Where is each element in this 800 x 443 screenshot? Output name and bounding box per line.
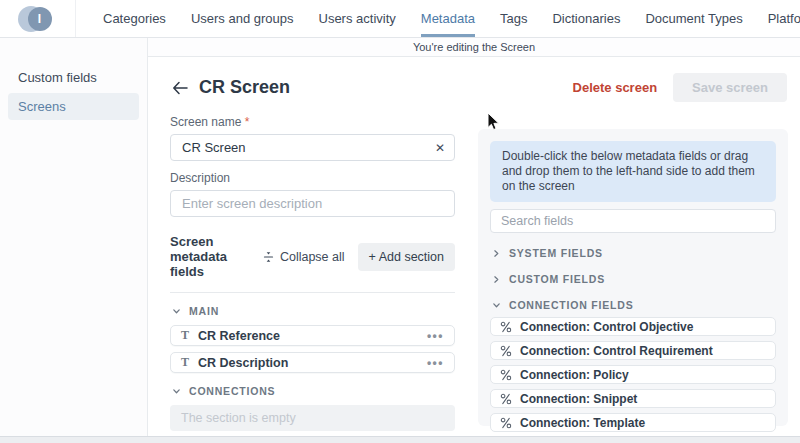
palette-groups: SYSTEM FIELDSCUSTOM FIELDSCONNECTION FIE… (490, 247, 776, 432)
fields-toolbar-title: Screen metadata fields (170, 234, 263, 279)
sidebar: Custom fieldsScreens (0, 38, 148, 436)
avatar-initial: I (28, 7, 52, 31)
screen-name-input[interactable] (170, 134, 455, 161)
chevron-right-icon (492, 275, 501, 284)
avatar[interactable]: I (18, 5, 58, 33)
palette-field-card[interactable]: Connection: Template (490, 413, 776, 432)
text-field-icon: T (181, 355, 189, 370)
screen-field-card[interactable]: TCR Description••• (170, 352, 455, 373)
section-header-connections[interactable]: CONNECTIONS (172, 385, 453, 397)
main-nav: CategoriesUsers and groupsUsers activity… (76, 0, 800, 37)
add-section-button[interactable]: + Add section (358, 243, 455, 271)
connection-icon (500, 321, 512, 333)
chevron-down-icon (172, 307, 181, 316)
sidebar-item-custom-fields[interactable]: Custom fields (8, 64, 139, 91)
connection-icon (500, 417, 512, 429)
nav-item-users-activity[interactable]: Users activity (319, 0, 396, 37)
palette-group-system-fields[interactable]: SYSTEM FIELDS (492, 247, 774, 259)
page-title: CR Screen (199, 77, 290, 98)
fields-toolbar: Screen metadata fields Collapse all + Ad… (170, 234, 455, 279)
palette-group-connection-fields[interactable]: CONNECTION FIELDS (492, 299, 774, 311)
footer-strip (0, 436, 800, 443)
text-field-icon: T (181, 328, 189, 343)
chevron-down-icon (492, 301, 501, 310)
palette-hint: Double-click the below metadata fields o… (490, 141, 776, 202)
palette-field-card[interactable]: Connection: Policy (490, 365, 776, 384)
divider (170, 292, 455, 293)
nav-item-users-and-groups[interactable]: Users and groups (191, 0, 294, 37)
collapse-vertical-icon (263, 251, 274, 263)
description-label: Description (170, 171, 455, 185)
empty-section-placeholder: The section is empty (170, 405, 455, 431)
search-fields-input[interactable] (490, 209, 776, 233)
palette-group-custom-fields[interactable]: CUSTOM FIELDS (492, 273, 774, 285)
palette-field-card[interactable]: Connection: Control Requirement (490, 341, 776, 360)
editing-banner: You're editing the Screen (148, 38, 800, 57)
connection-icon (500, 345, 512, 357)
content-area: You're editing the Screen CR Screen Dele… (148, 38, 800, 436)
collapse-all-button[interactable]: Collapse all (263, 250, 345, 264)
nav-item-metadata[interactable]: Metadata (421, 0, 475, 37)
required-asterisk: * (245, 115, 250, 129)
nav-item-document-types[interactable]: Document Types (645, 0, 742, 37)
screen-name-label: Screen name * (170, 115, 455, 129)
connection-icon (500, 369, 512, 381)
palette-field-card[interactable]: Connection: Control Objective (490, 317, 776, 336)
screen-sections: MAINTCR Reference•••TCR Description•••CO… (170, 305, 455, 431)
screen-field-card[interactable]: TCR Reference••• (170, 325, 455, 346)
nav-item-dictionaries[interactable]: Dictionaries (552, 0, 620, 37)
screen-description-input[interactable] (170, 190, 455, 217)
section-header-main[interactable]: MAIN (172, 305, 453, 317)
top-nav-bar: I CategoriesUsers and groupsUsers activi… (0, 0, 800, 38)
chevron-right-icon (492, 249, 501, 258)
nav-item-categories[interactable]: Categories (103, 0, 166, 37)
save-screen-button[interactable]: Save screen (673, 73, 787, 102)
back-arrow-icon (172, 81, 188, 95)
nav-item-tags[interactable]: Tags (500, 0, 527, 37)
nav-item-platform-configuration[interactable]: Platform Configuration (768, 0, 800, 37)
connection-icon (500, 393, 512, 405)
back-button[interactable] (170, 78, 190, 98)
chevron-down-icon (172, 387, 181, 396)
sidebar-item-screens[interactable]: Screens (8, 93, 139, 120)
delete-screen-button[interactable]: Delete screen (573, 80, 658, 95)
clear-input-icon[interactable]: ✕ (435, 141, 445, 153)
palette-field-card[interactable]: Connection: Snippet (490, 389, 776, 408)
screen-form: Screen name * ✕ Description Screen metad… (170, 115, 455, 436)
editing-banner-text: You're editing the Screen (413, 41, 535, 53)
fields-palette: Double-click the below metadata fields o… (478, 129, 788, 426)
avatar-zone: I (0, 0, 76, 37)
page-header: CR Screen Delete screen Save screen (148, 57, 800, 115)
